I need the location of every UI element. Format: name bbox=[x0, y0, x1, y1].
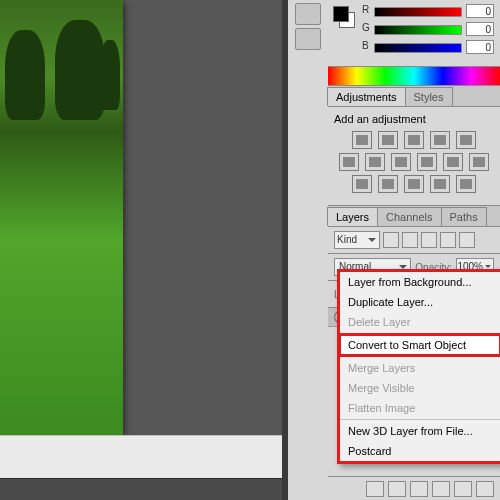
foreground-color-swatch[interactable] bbox=[333, 6, 349, 22]
adjustments-title: Add an adjustment bbox=[334, 113, 494, 125]
menu-separator bbox=[340, 419, 500, 420]
menu-postcard[interactable]: Postcard bbox=[340, 441, 500, 461]
photo-filter-icon[interactable] bbox=[417, 153, 437, 171]
menu-separator bbox=[340, 333, 500, 334]
image-content bbox=[5, 30, 45, 120]
red-label: R bbox=[362, 4, 372, 15]
adjustments-tabstrip: Adjustments Styles bbox=[328, 86, 500, 107]
blue-slider[interactable] bbox=[374, 43, 462, 53]
menu-merge-visible: Merge Visible bbox=[340, 378, 500, 398]
blue-label: B bbox=[362, 40, 372, 51]
menu-separator bbox=[340, 356, 500, 357]
color-balance-icon[interactable] bbox=[365, 153, 385, 171]
filter-adjustment-icon[interactable] bbox=[402, 232, 418, 248]
tab-styles[interactable]: Styles bbox=[405, 87, 453, 106]
filter-shape-icon[interactable] bbox=[440, 232, 456, 248]
menu-new-3d-layer[interactable]: New 3D Layer from File... bbox=[340, 421, 500, 441]
history-icon[interactable] bbox=[295, 3, 321, 25]
green-label: G bbox=[362, 22, 372, 33]
layers-footer bbox=[328, 476, 500, 500]
levels-icon[interactable] bbox=[378, 131, 398, 149]
vibrance-icon[interactable] bbox=[456, 131, 476, 149]
new-group-icon[interactable] bbox=[432, 481, 450, 497]
tab-layers[interactable]: Layers bbox=[327, 207, 378, 226]
filter-pixel-icon[interactable] bbox=[383, 232, 399, 248]
canvas-chrome bbox=[0, 435, 282, 500]
menu-convert-to-smart-object[interactable]: Convert to Smart Object bbox=[340, 335, 500, 355]
canvas-area[interactable] bbox=[0, 0, 283, 500]
invert-icon[interactable] bbox=[352, 175, 372, 193]
layer-filter-row: Kind bbox=[328, 227, 500, 254]
layer-context-menu: Layer from Background... Duplicate Layer… bbox=[337, 269, 500, 464]
blue-value-input[interactable]: 0 bbox=[466, 40, 494, 54]
document-image[interactable] bbox=[0, 0, 123, 435]
layer-mask-icon[interactable] bbox=[410, 481, 428, 497]
image-content bbox=[55, 20, 105, 120]
layer-style-icon[interactable] bbox=[388, 481, 406, 497]
gradient-map-icon[interactable] bbox=[430, 175, 450, 193]
exposure-icon[interactable] bbox=[430, 131, 450, 149]
link-layers-icon[interactable] bbox=[366, 481, 384, 497]
green-slider[interactable] bbox=[374, 25, 462, 35]
filter-smart-icon[interactable] bbox=[459, 232, 475, 248]
layers-tabstrip: Layers Channels Paths bbox=[328, 206, 500, 227]
filter-type-icon[interactable] bbox=[421, 232, 437, 248]
tab-adjustments[interactable]: Adjustments bbox=[327, 87, 406, 106]
curves-icon[interactable] bbox=[404, 131, 424, 149]
brightness-contrast-icon[interactable] bbox=[352, 131, 372, 149]
menu-merge-layers: Merge Layers bbox=[340, 358, 500, 378]
posterize-icon[interactable] bbox=[378, 175, 398, 193]
red-value-input[interactable]: 0 bbox=[466, 4, 494, 18]
adjustments-panel: Add an adjustment bbox=[328, 107, 500, 206]
foreground-background-swatch[interactable] bbox=[333, 6, 355, 28]
image-content bbox=[100, 40, 120, 110]
threshold-icon[interactable] bbox=[404, 175, 424, 193]
color-panel: R 0 G 0 B 0 bbox=[328, 0, 500, 67]
menu-flatten-image: Flatten Image bbox=[340, 398, 500, 418]
selective-color-icon[interactable] bbox=[456, 175, 476, 193]
color-lookup-icon[interactable] bbox=[469, 153, 489, 171]
tab-channels[interactable]: Channels bbox=[377, 207, 441, 226]
red-slider[interactable] bbox=[374, 7, 462, 17]
collapsed-panel-dock bbox=[288, 0, 329, 500]
layer-kind-select[interactable]: Kind bbox=[334, 231, 380, 249]
menu-delete-layer: Delete Layer bbox=[340, 312, 500, 332]
menu-layer-from-background[interactable]: Layer from Background... bbox=[340, 272, 500, 292]
color-spectrum[interactable] bbox=[328, 67, 500, 86]
hue-saturation-icon[interactable] bbox=[339, 153, 359, 171]
delete-layer-icon[interactable] bbox=[476, 481, 494, 497]
black-white-icon[interactable] bbox=[391, 153, 411, 171]
channel-mixer-icon[interactable] bbox=[443, 153, 463, 171]
new-layer-icon[interactable] bbox=[454, 481, 472, 497]
menu-duplicate-layer[interactable]: Duplicate Layer... bbox=[340, 292, 500, 312]
tab-paths[interactable]: Paths bbox=[441, 207, 487, 226]
properties-icon[interactable] bbox=[295, 28, 321, 50]
green-value-input[interactable]: 0 bbox=[466, 22, 494, 36]
